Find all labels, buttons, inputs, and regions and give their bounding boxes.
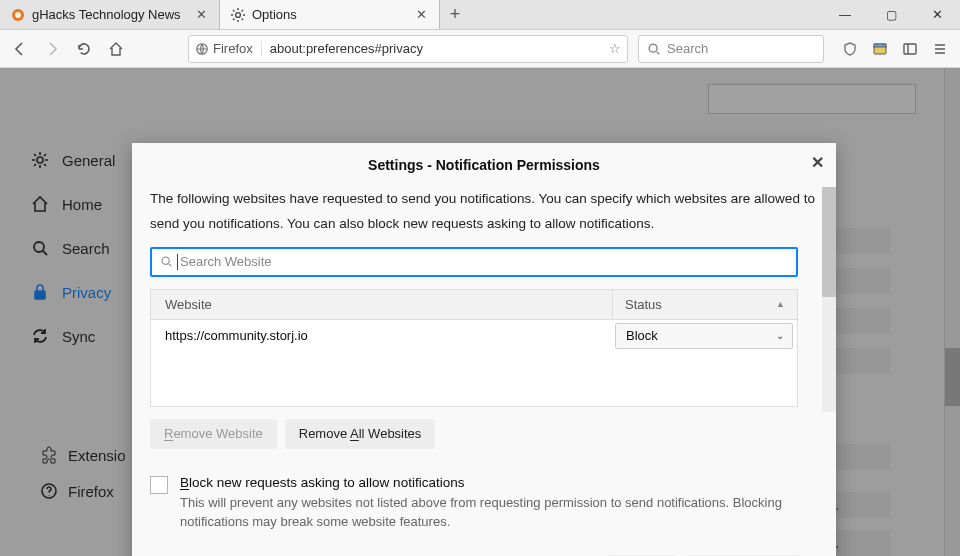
remove-all-websites-button[interactable]: Remove All Websites [285, 419, 436, 449]
gear-icon [230, 7, 246, 23]
tab-label: Options [252, 7, 413, 22]
window-close-button[interactable] [914, 0, 960, 29]
search-bar[interactable]: Search [638, 35, 824, 63]
text-caret [177, 254, 178, 270]
menu-icon[interactable] [926, 35, 954, 63]
url-text: about:preferences#privacy [270, 41, 603, 56]
remove-website-button[interactable]: Remove Website [150, 419, 277, 449]
chevron-down-icon: ⌄ [776, 330, 784, 341]
block-new-requests-checkbox[interactable] [150, 476, 168, 494]
dialog-title: Settings - Notification Permissions [368, 157, 600, 173]
window-minimize-button[interactable] [822, 0, 868, 29]
svg-point-2 [236, 12, 241, 17]
back-button[interactable] [6, 35, 34, 63]
dialog-close-button[interactable]: ✕ [811, 153, 824, 172]
dialog-description: The following websites have requested to… [150, 187, 818, 237]
status-select[interactable]: Block ⌄ [615, 323, 793, 349]
block-new-requests-label[interactable]: Block new requests asking to allow notif… [180, 475, 800, 490]
close-icon[interactable]: ✕ [413, 7, 429, 22]
tab-ghacks[interactable]: gHacks Technology News ✕ [0, 0, 220, 29]
tab-options[interactable]: Options ✕ [220, 0, 440, 29]
svg-rect-6 [874, 44, 886, 47]
table-header: Website Status ▲ [151, 290, 797, 320]
block-new-requests-desc: This will prevent any websites not liste… [180, 494, 800, 532]
search-website-input[interactable]: Search Website [150, 247, 798, 277]
window-maximize-button[interactable] [868, 0, 914, 29]
extension-icon[interactable] [866, 35, 894, 63]
col-status[interactable]: Status ▲ [613, 297, 797, 312]
col-website[interactable]: Website [151, 290, 613, 319]
ublock-icon[interactable] [836, 35, 864, 63]
tab-label: gHacks Technology News [32, 7, 193, 22]
reload-button[interactable] [70, 35, 98, 63]
ghacks-favicon-icon [10, 7, 26, 23]
table-row[interactable]: https://community.storj.io Block ⌄ [151, 320, 797, 352]
sort-indicator-icon: ▲ [776, 299, 785, 309]
permissions-table: Website Status ▲ https://community.storj… [150, 289, 798, 407]
sidebar-icon[interactable] [896, 35, 924, 63]
dialog-header: Settings - Notification Permissions ✕ [132, 143, 836, 187]
svg-point-4 [649, 44, 657, 52]
preferences-content: General Home Search Privacy Sync Extensi… [0, 68, 960, 556]
home-button[interactable] [102, 35, 130, 63]
dialog-scrollbar[interactable] [822, 187, 836, 412]
svg-rect-7 [904, 44, 916, 54]
bookmark-star-icon[interactable]: ☆ [609, 41, 621, 56]
svg-point-12 [162, 257, 169, 264]
close-icon[interactable]: ✕ [193, 7, 209, 22]
url-bar[interactable]: Firefox about:preferences#privacy ☆ [188, 35, 628, 63]
notification-permissions-dialog: Settings - Notification Permissions ✕ Th… [132, 143, 836, 556]
nav-toolbar: Firefox about:preferences#privacy ☆ Sear… [0, 30, 960, 68]
search-placeholder: Search [667, 41, 708, 56]
status-value: Block [626, 328, 658, 343]
scrollbar-thumb[interactable] [822, 187, 836, 297]
new-tab-button[interactable]: + [440, 0, 470, 29]
tab-strip: gHacks Technology News ✕ Options ✕ + [0, 0, 960, 30]
forward-button[interactable] [38, 35, 66, 63]
identity-label: Firefox [213, 41, 253, 56]
identity-box[interactable]: Firefox [195, 41, 262, 56]
site-url: https://community.storj.io [151, 328, 615, 343]
svg-point-1 [15, 12, 21, 18]
search-placeholder: Search Website [180, 254, 272, 269]
